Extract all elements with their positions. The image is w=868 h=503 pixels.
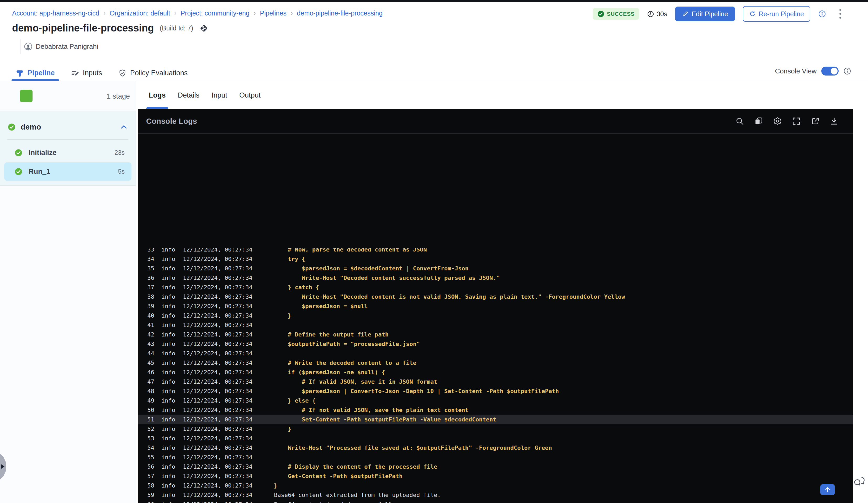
breadcrumb-link[interactable]: Pipelines bbox=[260, 9, 286, 17]
log-level: info bbox=[162, 443, 175, 453]
breadcrumb-link[interactable]: demo-pipeline-file-processing bbox=[297, 9, 383, 17]
log-level: info bbox=[162, 490, 175, 500]
more-options-icon[interactable] bbox=[839, 8, 842, 19]
step-list: Initialize23sRun_15s bbox=[0, 140, 136, 181]
log-line-number: 59 bbox=[138, 490, 154, 500]
log-timestamp: 12/12/2024, 00:27:34 bbox=[183, 462, 252, 472]
log-row: 42info12/12/2024, 00:27:34 # Define the … bbox=[138, 330, 853, 339]
log-level: info bbox=[162, 406, 175, 415]
step-success-icon bbox=[15, 168, 22, 176]
log-timestamp: 12/12/2024, 00:27:34 bbox=[183, 377, 252, 387]
log-level: info bbox=[162, 396, 175, 406]
stage-count: 1 stage bbox=[106, 92, 130, 101]
log-timestamp: 12/12/2024, 00:27:34 bbox=[183, 349, 252, 358]
log-message: # Now, parse the decoded content as JSON bbox=[274, 248, 427, 254]
log-line-number: 44 bbox=[138, 349, 154, 358]
fullscreen-icon[interactable] bbox=[792, 117, 800, 125]
log-row: 58info12/12/2024, 00:27:34} bbox=[138, 481, 853, 490]
log-level: info bbox=[162, 387, 175, 396]
console-header-divider bbox=[138, 133, 853, 134]
step-row-initialize[interactable]: Initialize23s bbox=[4, 144, 132, 162]
user-row: Debabrata Panigrahi bbox=[20, 39, 99, 54]
tab-output[interactable]: Output bbox=[239, 81, 260, 109]
log-timestamp: 12/12/2024, 00:27:34 bbox=[183, 311, 252, 321]
log-message: $parsedJson = $decodedContent | ConvertF… bbox=[274, 264, 469, 273]
scroll-to-top-button[interactable] bbox=[820, 484, 835, 495]
log-level: info bbox=[162, 434, 175, 443]
open-in-new-icon[interactable] bbox=[811, 117, 819, 125]
log-level: info bbox=[162, 311, 175, 321]
window-top-strip bbox=[0, 0, 868, 2]
info-icon[interactable] bbox=[818, 10, 826, 18]
header-actions: SUCCESS 30s Edit Pipeline Re-run Pipelin… bbox=[593, 6, 842, 22]
chat-support-icon[interactable] bbox=[853, 476, 865, 487]
user-name: Debabrata Panigrahi bbox=[36, 42, 99, 51]
breadcrumb-link[interactable]: Project: community-eng bbox=[180, 9, 249, 17]
log-timestamp: 12/12/2024, 00:27:34 bbox=[183, 490, 252, 500]
console-toolbar bbox=[735, 117, 838, 125]
chevron-up-icon[interactable] bbox=[120, 123, 128, 131]
log-message: Write-Host "Processed file saved at: $ou… bbox=[274, 443, 552, 453]
tab-details[interactable]: Details bbox=[178, 81, 200, 109]
log-message: # Write the decoded content to a file bbox=[274, 358, 416, 368]
duration: 30s bbox=[647, 10, 667, 18]
stage-row-demo[interactable]: demo bbox=[0, 115, 136, 139]
tab-policy-evaluations[interactable]: Policy Evaluations bbox=[118, 64, 188, 81]
step-duration: 23s bbox=[114, 149, 125, 156]
status-badge: SUCCESS bbox=[593, 8, 639, 20]
log-level: info bbox=[162, 415, 175, 424]
step-success-icon bbox=[15, 149, 22, 157]
settings-icon[interactable] bbox=[773, 117, 782, 125]
log-message: } bbox=[274, 424, 291, 434]
log-row: 50info12/12/2024, 00:27:34 # If not vali… bbox=[138, 406, 853, 415]
log-timestamp: 12/12/2024, 00:27:34 bbox=[183, 453, 252, 462]
log-viewport[interactable]: 33info12/12/2024, 00:27:34 # Now, parse … bbox=[138, 248, 853, 503]
inputs-icon bbox=[71, 69, 79, 77]
tab-pipeline[interactable]: Pipeline bbox=[16, 64, 55, 81]
log-timestamp: 12/12/2024, 00:27:34 bbox=[183, 424, 252, 434]
copy-icon[interactable] bbox=[754, 117, 763, 125]
tab-logs[interactable]: Logs bbox=[149, 81, 166, 109]
download-icon[interactable] bbox=[830, 117, 838, 125]
console-view-info-icon[interactable] bbox=[843, 67, 851, 75]
log-row: 38info12/12/2024, 00:27:34 Write-Host "D… bbox=[138, 292, 853, 302]
breadcrumb-link[interactable]: Account: app-harness-ng-cicd bbox=[12, 9, 99, 17]
log-row: 43info12/12/2024, 00:27:34 $outputFilePa… bbox=[138, 339, 853, 349]
log-row: 40info12/12/2024, 00:27:34 } bbox=[138, 311, 853, 321]
log-row: 54info12/12/2024, 00:27:34 Write-Host "P… bbox=[138, 443, 853, 453]
edit-pipeline-label: Edit Pipeline bbox=[692, 10, 728, 18]
duration-text: 30s bbox=[657, 10, 667, 18]
log-message: Get-Content -Path $outputFilePath bbox=[274, 472, 403, 481]
step-duration: 5s bbox=[118, 168, 125, 175]
rerun-pipeline-label: Re-run Pipeline bbox=[759, 10, 804, 18]
log-level: info bbox=[162, 368, 175, 377]
log-level: info bbox=[162, 358, 175, 368]
log-row: 46info12/12/2024, 00:27:34 if ($parsedJs… bbox=[138, 368, 853, 377]
log-timestamp: 12/12/2024, 00:27:34 bbox=[183, 292, 252, 302]
console-view-toggle[interactable] bbox=[821, 66, 839, 75]
execution-sidebar: 1 stage demo Initialize23sRun_15s bbox=[0, 81, 136, 503]
search-icon[interactable] bbox=[735, 117, 744, 125]
pipeline-icon bbox=[16, 69, 24, 77]
log-row: 49info12/12/2024, 00:27:34 } else { bbox=[138, 396, 853, 406]
stage-success-icon bbox=[8, 123, 16, 131]
breadcrumb-link[interactable]: Organization: default bbox=[110, 9, 170, 17]
log-line-number: 46 bbox=[138, 368, 154, 377]
log-row: 56info12/12/2024, 00:27:34 # Display the… bbox=[138, 462, 853, 472]
page-title: demo-pipeline-file-processing bbox=[12, 23, 154, 34]
console-view-label: Console View bbox=[775, 67, 817, 75]
success-check-icon bbox=[598, 10, 604, 17]
step-row-run_1[interactable]: Run_15s bbox=[4, 163, 132, 181]
tab-input[interactable]: Input bbox=[211, 81, 227, 109]
tab-label: Policy Evaluations bbox=[130, 69, 188, 77]
tab-inputs[interactable]: Inputs bbox=[71, 64, 102, 81]
log-line-number: 60 bbox=[138, 500, 154, 503]
edit-pipeline-button[interactable]: Edit Pipeline bbox=[675, 7, 735, 21]
log-message: # Define the output file path bbox=[274, 330, 389, 339]
log-row: 51info12/12/2024, 00:27:34 Set-Content -… bbox=[138, 415, 853, 424]
log-line-number: 48 bbox=[138, 387, 154, 396]
rerun-pipeline-button[interactable]: Re-run Pipeline bbox=[743, 6, 810, 22]
breadcrumb-separator: › bbox=[103, 10, 105, 17]
log-line-number: 38 bbox=[138, 292, 154, 302]
log-row: 37info12/12/2024, 00:27:34 } catch { bbox=[138, 283, 853, 292]
